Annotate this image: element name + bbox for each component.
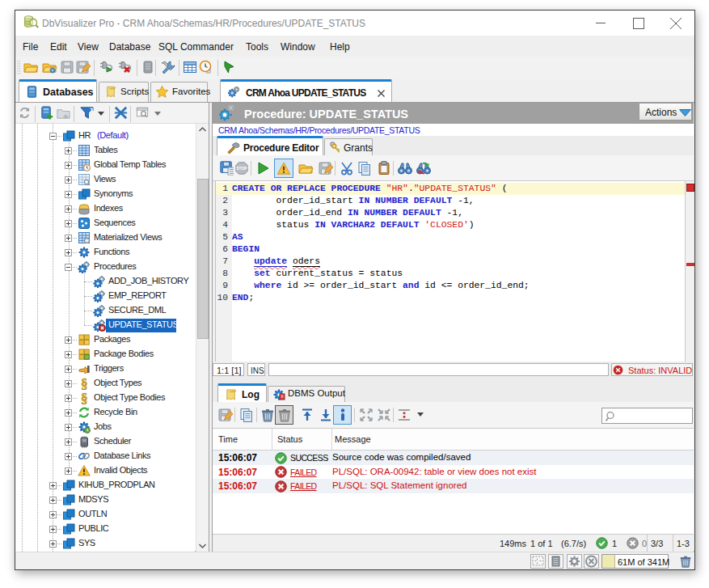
svg-text:STOP: STOP [236, 167, 247, 171]
